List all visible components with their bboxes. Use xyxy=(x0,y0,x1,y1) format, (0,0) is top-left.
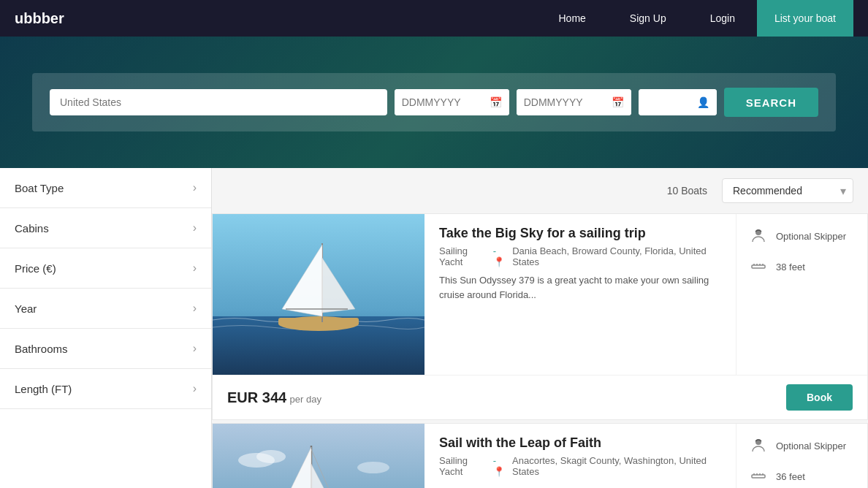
filter-price-label: Price (€) xyxy=(15,262,56,275)
chevron-down-icon: › xyxy=(193,221,197,235)
chevron-down-icon: › xyxy=(193,262,197,275)
boat-top-2: Sail with the Leap of Faith Sailing Yach… xyxy=(213,424,867,488)
pin-icon-2: - 📍 xyxy=(493,455,509,477)
length-label-2: 36 feet xyxy=(776,471,805,482)
hero-section: United States 📅 📅 1 👤 SEARCH xyxy=(0,37,868,168)
skipper-icon-1 xyxy=(748,226,769,246)
svg-rect-27 xyxy=(752,475,765,478)
ruler-icon-2 xyxy=(748,466,769,487)
skipper-icon-2 xyxy=(748,435,769,456)
boat-top-1: Take the Big Sky for a sailing trip Sail… xyxy=(213,214,867,375)
filter-price[interactable]: Price (€) › xyxy=(0,248,211,289)
pin-icon-1: - 📍 xyxy=(493,245,509,267)
length-feature-1: 38 feet xyxy=(748,256,856,277)
svg-point-24 xyxy=(256,450,286,463)
list-boat-button[interactable]: List your boat xyxy=(757,0,853,37)
sort-select[interactable]: Recommended Price: Low to High Price: Hi… xyxy=(722,178,853,203)
guests-input[interactable]: 1 xyxy=(639,89,690,115)
boat-features-1: Optional Skipper 38 feet xyxy=(736,214,867,375)
filter-length-label: Length (FT) xyxy=(15,383,72,395)
chevron-down-icon: › xyxy=(193,302,197,315)
length-feature-2: 36 feet xyxy=(748,466,856,487)
filter-bathrooms-label: Bathrooms xyxy=(15,343,68,355)
boat-location-1: Dania Beach, Broward County, Florida, Un… xyxy=(512,245,721,267)
boat-image-2 xyxy=(213,424,425,488)
boat-title-1: Take the Big Sky for a sailing trip xyxy=(439,226,721,241)
date-to-group: 📅 xyxy=(517,89,631,115)
boat-type-loc-2: Sailing Yacht - 📍 Anacortes, Skagit Coun… xyxy=(439,455,721,477)
filter-cabins-label: Cabins xyxy=(15,222,49,235)
skipper-label-2: Optional Skipper xyxy=(776,441,846,451)
boat-price-1: EUR 344 per day xyxy=(227,389,321,406)
svg-rect-3 xyxy=(278,318,359,325)
filter-bathrooms[interactable]: Bathrooms › xyxy=(0,329,211,369)
svg-rect-9 xyxy=(752,265,765,268)
boat-image-1 xyxy=(213,214,425,375)
skipper-feature-1: Optional Skipper xyxy=(748,226,856,246)
date-from-input[interactable] xyxy=(395,89,482,115)
filter-year[interactable]: Year › xyxy=(0,289,211,329)
boat-card-2: Sail with the Leap of Faith Sailing Yach… xyxy=(212,423,868,488)
logo: ubbber xyxy=(15,10,537,27)
boat-type-loc-1: Sailing Yacht - 📍 Dania Beach, Broward C… xyxy=(439,245,721,267)
nav-links: Home Sign Up Login xyxy=(537,0,757,37)
price-period-1: per day xyxy=(290,394,321,405)
boat-title-2: Sail with the Leap of Faith xyxy=(439,435,721,451)
main-content: Boat Type › Cabins › Price (€) › Year › … xyxy=(0,168,868,488)
results-area: 10 Boats Recommended Price: Low to High … xyxy=(212,168,868,488)
skipper-feature-2: Optional Skipper xyxy=(748,435,856,456)
chevron-down-icon: › xyxy=(193,382,197,395)
search-bar: United States 📅 📅 1 👤 SEARCH xyxy=(32,73,836,131)
nav-home[interactable]: Home xyxy=(537,0,608,37)
chevron-down-icon: › xyxy=(193,342,197,355)
ruler-icon-1 xyxy=(748,256,769,277)
navbar: ubbber Home Sign Up Login List your boat xyxy=(0,0,868,37)
sort-wrapper: Recommended Price: Low to High Price: Hi… xyxy=(722,178,853,203)
boat-info-2: Sail with the Leap of Faith Sailing Yach… xyxy=(425,424,736,488)
chevron-down-icon: › xyxy=(193,181,197,194)
boat-card-1: Take the Big Sky for a sailing trip Sail… xyxy=(212,213,868,420)
boat-features-2: Optional Skipper 36 feet xyxy=(736,424,867,488)
calendar-to-icon[interactable]: 📅 xyxy=(604,89,631,115)
boat-info-1: Take the Big Sky for a sailing trip Sail… xyxy=(425,214,736,375)
boats-count: 10 Boats xyxy=(667,185,707,197)
filter-boat-type[interactable]: Boat Type › xyxy=(0,168,211,208)
length-label-1: 38 feet xyxy=(776,262,805,272)
date-to-input[interactable] xyxy=(517,89,604,115)
filter-boat-type-label: Boat Type xyxy=(15,182,64,194)
results-header: 10 Boats Recommended Price: Low to High … xyxy=(212,168,868,213)
boat-location-2: Anacortes, Skagit County, Washington, Un… xyxy=(512,455,721,477)
book-button-1[interactable]: Book xyxy=(786,384,853,411)
filter-cabins[interactable]: Cabins › xyxy=(0,208,211,248)
svg-point-25 xyxy=(357,462,389,473)
filter-year-label: Year xyxy=(15,302,37,315)
location-input[interactable]: United States xyxy=(50,89,387,115)
skipper-label-1: Optional Skipper xyxy=(776,231,846,242)
price-value-1: EUR 344 xyxy=(227,389,286,405)
boat-type-1: Sailing Yacht xyxy=(439,245,490,267)
nav-signup[interactable]: Sign Up xyxy=(608,0,688,37)
boat-desc-1: This Sun Odyssey 379 is a great yacht to… xyxy=(439,273,721,363)
search-button[interactable]: SEARCH xyxy=(724,88,818,117)
date-from-group: 📅 xyxy=(395,89,509,115)
person-icon: 👤 xyxy=(690,89,717,115)
boat-type-2: Sailing Yacht xyxy=(439,455,490,477)
calendar-from-icon[interactable]: 📅 xyxy=(482,89,509,115)
boat-bottom-1: EUR 344 per day Book xyxy=(213,375,867,419)
filter-length[interactable]: Length (FT) › xyxy=(0,369,211,409)
nav-login[interactable]: Login xyxy=(688,0,757,37)
sidebar: Boat Type › Cabins › Price (€) › Year › … xyxy=(0,168,212,488)
guests-group: 1 👤 xyxy=(639,89,717,115)
boat-desc-2 xyxy=(439,483,721,488)
